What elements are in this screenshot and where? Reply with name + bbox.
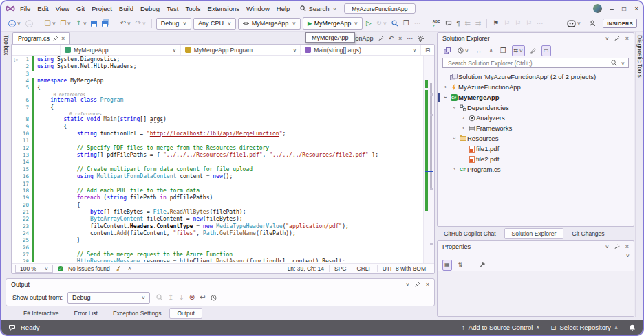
- chevron-expanded-icon[interactable]: ›: [451, 104, 458, 111]
- output-wrap-icon[interactable]: ↩: [198, 292, 206, 303]
- tree-item-solution-myazurefunctionapp-2-of-2-projects[interactable]: Solution 'MyAzureFunctionApp' (2 of 2 pr…: [438, 71, 634, 82]
- code-line[interactable]: 10 string functionUrl = "http://localhos…: [12, 131, 423, 137]
- indent-increase-icon[interactable]: ⇉: [474, 18, 482, 29]
- menu-view[interactable]: View: [52, 4, 73, 13]
- code-line[interactable]: 19 foreach (string filePath in pdfFilePa…: [12, 194, 423, 201]
- more-icon[interactable]: ⋯: [535, 18, 545, 29]
- diagnostic-tools-tab[interactable]: Diagnostic Tools: [635, 32, 644, 317]
- output-prev-icon[interactable]: ↥: [167, 292, 175, 303]
- tab-f#-interactive[interactable]: F# Interactive: [17, 308, 66, 319]
- feedback-person-icon[interactable]: [588, 18, 597, 29]
- platform-dropdown[interactable]: Any CPU∨: [193, 18, 236, 30]
- open-file-icon[interactable]: ❐∨: [59, 18, 73, 29]
- pin-icon[interactable]: [378, 36, 384, 41]
- close-icon[interactable]: ×: [625, 243, 629, 250]
- code-line[interactable]: 23 fileContent.Headers.ContentType = new…: [12, 223, 423, 230]
- nav-forward-icon[interactable]: →: [24, 18, 34, 29]
- code-line[interactable]: 21 byte[] fileBytes = File.ReadAllBytes(…: [12, 209, 423, 216]
- more-icon[interactable]: ⋯: [413, 18, 422, 29]
- config-dropdown[interactable]: Debug∨: [156, 18, 191, 30]
- se-home-icon[interactable]: [442, 45, 452, 56]
- menu-file[interactable]: File: [17, 4, 34, 13]
- tree-item-program-cs[interactable]: ›C#Program.cs: [438, 164, 634, 175]
- chevron-down-icon[interactable]: ∨: [621, 60, 625, 66]
- issues-label[interactable]: No issues found: [68, 265, 110, 272]
- save-all-icon[interactable]: [100, 18, 109, 29]
- code-line[interactable]: 22 ByteArrayContent fileContent = new(fi…: [12, 216, 423, 223]
- tree-item-file1-pdf[interactable]: file1.pdf: [438, 144, 634, 154]
- output-next-icon[interactable]: ↧: [177, 292, 185, 303]
- chevron-collapsed-icon[interactable]: ›: [460, 125, 467, 131]
- tree-item-myazurefunctionapp[interactable]: ›MyAzureFunctionApp: [438, 82, 634, 92]
- menu-git[interactable]: Git: [73, 4, 88, 13]
- tab-output[interactable]: Output: [169, 308, 202, 319]
- tree-item-resources[interactable]: ›Resources: [438, 133, 634, 144]
- code-line[interactable]: 9 {: [12, 124, 423, 131]
- solution-name-box[interactable]: MyAzureFunctionApp: [344, 3, 415, 14]
- user-avatar[interactable]: [593, 4, 602, 13]
- code-line[interactable]: 8 static void Main(string[] args): [12, 116, 423, 123]
- code-line[interactable]: 18 // Add each PDF file to the form data: [12, 188, 423, 194]
- scrollbar-thumb[interactable]: [430, 83, 432, 190]
- code-line[interactable]: 12 // Specify PDF files to merge from th…: [12, 145, 423, 152]
- se-collapse-all-icon[interactable]: ∧: [488, 45, 495, 56]
- menu-edit[interactable]: Edit: [34, 4, 52, 13]
- hot-reload-icon[interactable]: ↻∨: [375, 18, 388, 29]
- startup-project-dropdown[interactable]: MyMergeApp∨: [238, 18, 301, 30]
- encoding-indicator[interactable]: UTF-8 with BOM: [377, 265, 431, 272]
- code-line[interactable]: 16 using MultipartFormDataContent conten…: [12, 173, 423, 180]
- code-line[interactable]: 26: [12, 245, 423, 251]
- split-editor-icon[interactable]: ⊟: [420, 45, 434, 55]
- select-repository-button[interactable]: ⊡ Select Repository ∧: [550, 324, 618, 331]
- new-project-icon[interactable]: ❏∨: [43, 18, 57, 29]
- menu-extensions[interactable]: Extensions: [204, 4, 243, 13]
- output-find-icon[interactable]: [155, 292, 164, 303]
- chevron-collapsed-icon[interactable]: ›: [442, 84, 449, 90]
- code-line[interactable]: 13 string[] pdfFilePaths = { "../../../R…: [12, 152, 423, 159]
- tree-item-mymergeapp[interactable]: ›C#MyMergeApp: [438, 92, 634, 102]
- breadcrumb-project[interactable]: MyMergeApp∨: [60, 45, 180, 55]
- comment-icon[interactable]: [444, 18, 453, 29]
- feedback-icon[interactable]: [8, 324, 16, 331]
- menu-debug[interactable]: Debug: [137, 4, 163, 13]
- line-ending-indicator[interactable]: CRLF: [352, 265, 377, 272]
- bookmark-clear-icon[interactable]: ⚐: [524, 18, 533, 29]
- start-without-debugging-icon[interactable]: ▷: [365, 18, 373, 29]
- copilot-icon[interactable]: ∨: [566, 18, 582, 29]
- se-preview-icon[interactable]: ▭: [541, 45, 551, 56]
- tab-github-copilot-chat[interactable]: GitHub Copilot Chat: [437, 228, 503, 239]
- whitespace-icon[interactable]: ¶: [455, 18, 462, 29]
- tab-program-cs[interactable]: Program.cs ×: [12, 32, 70, 44]
- tree-item-analyzers[interactable]: ›Analyzers: [438, 113, 634, 123]
- window-layout-icon[interactable]: ❐: [402, 18, 411, 29]
- code-line[interactable]: 20 {: [12, 202, 423, 209]
- pin-icon[interactable]: [614, 244, 620, 249]
- menu-window[interactable]: Window: [243, 4, 273, 13]
- chevron-expanded-icon[interactable]: ›: [442, 94, 449, 100]
- cursor-position[interactable]: Ln: 39, Ch: 14: [283, 265, 329, 272]
- code-line[interactable]: 24 content.Add(fileContent, "files", Pat…: [12, 230, 423, 237]
- zoom-dropdown[interactable]: 100 %∨: [15, 265, 53, 273]
- tab-error-list[interactable]: Error List: [67, 308, 105, 319]
- chevron-down-icon[interactable]: ∨: [605, 36, 609, 41]
- tree-item-file2-pdf[interactable]: file2.pdf: [438, 154, 634, 164]
- pin-icon[interactable]: [53, 36, 58, 41]
- code-line[interactable]: 5{: [12, 85, 423, 91]
- breadcrumb-class[interactable]: MyMergeApp.Program∨: [180, 45, 301, 55]
- chevron-expanded-icon[interactable]: ›: [451, 135, 458, 142]
- code-line[interactable]: 17: [12, 181, 423, 188]
- nav-back-icon[interactable]: ←∨: [7, 18, 22, 29]
- undock-icon[interactable]: ↶: [389, 35, 394, 42]
- chevron-down-icon[interactable]: ∨: [405, 282, 409, 287]
- code-cleanup-icon[interactable]: [115, 265, 122, 272]
- bookmark-prev-icon[interactable]: ⚐: [502, 18, 511, 29]
- spaces-indicator[interactable]: SPC: [329, 265, 351, 272]
- redo-icon[interactable]: ↷∨: [134, 18, 147, 29]
- code-line[interactable]: 28 HttpResponseMessage response = httpCl…: [12, 258, 423, 262]
- chevron-down-icon[interactable]: ∨: [605, 244, 609, 249]
- menu-help[interactable]: Help: [273, 4, 294, 13]
- codelens-row[interactable]: 0 references: [12, 111, 423, 117]
- tab-git-changes[interactable]: Git Changes: [565, 228, 611, 239]
- close-icon[interactable]: ×: [61, 35, 65, 42]
- close-icon[interactable]: ×: [625, 35, 629, 42]
